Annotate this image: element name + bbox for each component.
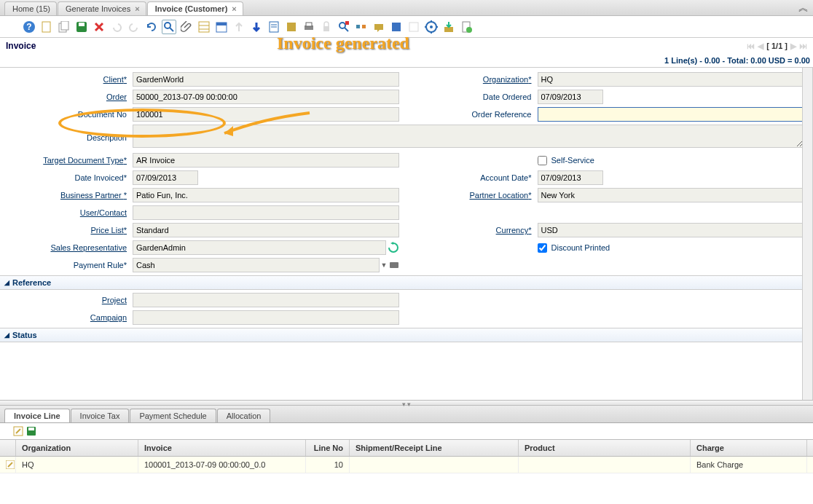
col-organization[interactable]: Organization bbox=[16, 440, 138, 456]
close-icon[interactable]: × bbox=[135, 4, 139, 13]
grid-toggle-icon[interactable] bbox=[197, 20, 211, 34]
client-label[interactable]: Client bbox=[9, 75, 133, 84]
sales-rep-field[interactable] bbox=[133, 240, 386, 255]
close-icon[interactable]: × bbox=[232, 4, 236, 13]
user-contact-field[interactable] bbox=[133, 205, 399, 220]
save-row-icon[interactable] bbox=[26, 426, 36, 436]
business-partner-field[interactable] bbox=[133, 188, 399, 202]
section-status[interactable]: ◢Status bbox=[0, 328, 812, 342]
price-list-label[interactable]: Price List bbox=[9, 226, 133, 235]
last-record-icon[interactable]: ⏭ bbox=[799, 42, 807, 50]
campaign-label[interactable]: Campaign bbox=[9, 313, 133, 322]
organization-label[interactable]: Organization bbox=[414, 75, 538, 84]
account-date-field[interactable] bbox=[538, 170, 603, 185]
col-shipment[interactable]: Shipment/Receipt Line bbox=[350, 440, 519, 456]
date-invoiced-label: Date Invoiced bbox=[9, 173, 133, 182]
print-icon[interactable] bbox=[302, 20, 316, 34]
col-invoice[interactable]: Invoice bbox=[138, 440, 306, 456]
sub-tab-allocation[interactable]: Allocation bbox=[217, 409, 271, 422]
svg-rect-37 bbox=[390, 262, 398, 268]
currency-field[interactable] bbox=[538, 223, 804, 237]
campaign-field[interactable] bbox=[133, 310, 399, 325]
archive-icon[interactable] bbox=[284, 20, 299, 34]
date-ordered-label: Date Ordered bbox=[414, 92, 538, 101]
new-icon[interactable] bbox=[39, 20, 54, 34]
description-field[interactable] bbox=[133, 125, 804, 148]
target-doc-type-label[interactable]: Target Document Type bbox=[9, 156, 133, 165]
dropdown-icon[interactable]: ▼ bbox=[381, 261, 388, 269]
col-line-no[interactable]: Line No bbox=[306, 440, 350, 456]
partner-location-field[interactable] bbox=[538, 188, 804, 202]
report-icon[interactable] bbox=[267, 20, 281, 34]
find-icon[interactable] bbox=[162, 20, 176, 34]
payment-rule-label: Payment Rule bbox=[9, 261, 133, 269]
redo-icon[interactable] bbox=[127, 20, 141, 34]
project-field[interactable] bbox=[133, 293, 399, 307]
order-reference-label: Order Reference bbox=[414, 110, 538, 119]
refresh-icon[interactable] bbox=[144, 20, 159, 34]
organization-field[interactable] bbox=[538, 72, 804, 87]
lock-icon[interactable] bbox=[319, 20, 334, 34]
svg-rect-17 bbox=[287, 23, 296, 31]
splitter[interactable]: ▾ ▾ bbox=[0, 400, 813, 406]
svg-rect-6 bbox=[79, 23, 85, 26]
price-list-field[interactable] bbox=[133, 223, 399, 237]
requests-icon[interactable] bbox=[372, 20, 386, 34]
sales-rep-label[interactable]: Sales Representative bbox=[9, 243, 133, 252]
order-field[interactable] bbox=[133, 90, 399, 104]
prev-record-icon[interactable]: ◀ bbox=[758, 42, 763, 51]
date-invoiced-field[interactable] bbox=[133, 170, 198, 185]
next-record-icon[interactable]: ▶ bbox=[790, 42, 796, 51]
order-reference-field[interactable] bbox=[538, 107, 804, 122]
order-label[interactable]: Order bbox=[9, 92, 133, 101]
active-workflow-icon[interactable] bbox=[354, 20, 369, 34]
discount-printed-checkbox[interactable]: Discount Printed bbox=[538, 243, 804, 253]
sub-tab-invoice-line[interactable]: Invoice Line bbox=[4, 409, 70, 422]
currency-label[interactable]: Currency bbox=[414, 226, 538, 235]
account-date-label: Account Date bbox=[414, 173, 538, 182]
client-field[interactable] bbox=[133, 72, 399, 87]
svg-rect-13 bbox=[216, 23, 227, 25]
undo-icon[interactable] bbox=[109, 20, 124, 34]
import-icon[interactable] bbox=[441, 20, 456, 34]
copy-icon[interactable] bbox=[57, 20, 71, 34]
tab-home[interactable]: Home (15) bbox=[4, 1, 57, 15]
process-icon[interactable] bbox=[424, 20, 439, 34]
payment-rule-field[interactable] bbox=[133, 258, 380, 272]
zoom-across-icon[interactable] bbox=[337, 20, 351, 34]
detail-icon[interactable] bbox=[249, 20, 264, 34]
export-icon[interactable] bbox=[406, 20, 421, 34]
tab-invoice-customer[interactable]: Invoice (Customer)× bbox=[147, 1, 243, 15]
attachment-icon[interactable] bbox=[179, 20, 194, 34]
sub-tab-invoice-tax[interactable]: Invoice Tax bbox=[71, 409, 130, 422]
save-icon[interactable] bbox=[74, 20, 89, 34]
parent-icon[interactable] bbox=[232, 20, 246, 34]
target-doc-type-field[interactable] bbox=[133, 153, 399, 168]
payment-icon[interactable] bbox=[389, 260, 399, 270]
partner-location-label[interactable]: Partner Location bbox=[414, 191, 538, 200]
refresh-field-icon[interactable] bbox=[388, 242, 399, 253]
file-import-icon[interactable] bbox=[459, 20, 474, 34]
tab-generate-invoices[interactable]: Generate Invoices× bbox=[58, 1, 146, 15]
sub-tab-payment-schedule[interactable]: Payment Schedule bbox=[130, 409, 216, 422]
collapse-icon[interactable]: ︽ bbox=[798, 1, 809, 15]
help-icon[interactable]: ? bbox=[22, 20, 36, 34]
delete-icon[interactable] bbox=[92, 20, 106, 34]
col-charge[interactable]: Charge bbox=[691, 440, 807, 456]
self-service-checkbox[interactable]: Self-Service bbox=[538, 156, 804, 165]
section-reference[interactable]: ◢Reference bbox=[0, 275, 812, 290]
row-edit-icon[interactable] bbox=[0, 457, 16, 473]
product-info-icon[interactable] bbox=[389, 20, 404, 34]
user-contact-label[interactable]: User/Contact bbox=[9, 208, 133, 217]
date-ordered-field[interactable] bbox=[538, 90, 603, 104]
first-record-icon[interactable]: ⏮ bbox=[747, 42, 755, 50]
table-row[interactable]: HQ 100001_2013-07-09 00:00:00_0.0 10 Ban… bbox=[0, 457, 813, 473]
business-partner-label[interactable]: Business Partner bbox=[9, 191, 133, 200]
svg-point-7 bbox=[165, 23, 170, 28]
document-no-field[interactable] bbox=[133, 107, 399, 122]
scrollbar[interactable] bbox=[802, 68, 812, 400]
calendar-icon[interactable] bbox=[214, 20, 229, 34]
edit-row-icon[interactable] bbox=[13, 426, 23, 436]
col-product[interactable]: Product bbox=[519, 440, 691, 456]
project-label[interactable]: Project bbox=[9, 296, 133, 304]
